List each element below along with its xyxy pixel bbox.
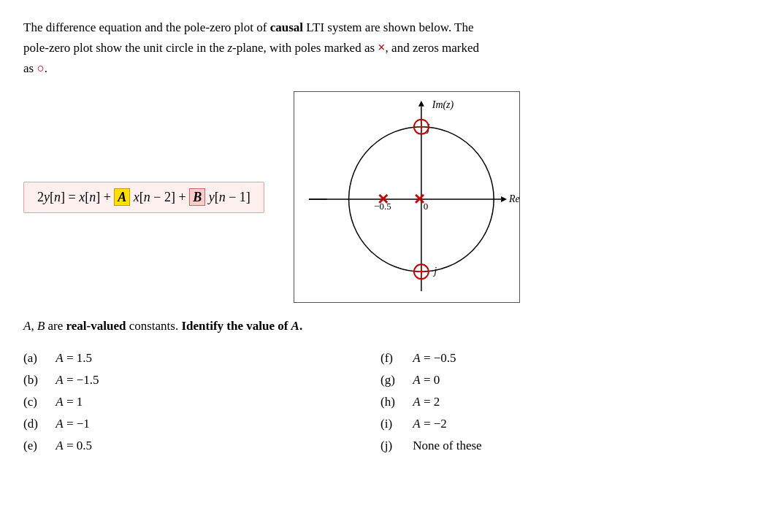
svg-marker-2 bbox=[501, 196, 507, 202]
pole-symbol: × bbox=[378, 40, 385, 55]
identify-question: Identify the value of A. bbox=[181, 319, 302, 333]
eq-lhs: 2y[n] = x[n] + bbox=[37, 190, 114, 204]
answer-item: (j) None of these bbox=[380, 439, 738, 453]
answer-label: (a) bbox=[23, 351, 44, 366]
intro-text-3: pole-zero plot show the unit circle in t… bbox=[23, 41, 227, 55]
answer-value: A = 0 bbox=[413, 373, 440, 388]
B-highlight: B bbox=[189, 188, 205, 206]
answer-label: (b) bbox=[23, 373, 44, 388]
answer-value: A = −2 bbox=[413, 417, 447, 431]
svg-text:Im(z): Im(z) bbox=[432, 99, 454, 111]
svg-marker-4 bbox=[418, 101, 424, 107]
svg-text:×: × bbox=[414, 188, 425, 209]
answer-item: (d) A = −1 bbox=[23, 417, 380, 431]
main-section: 2y[n] = x[n] + A x[n − 2] + B y[n − 1] I… bbox=[23, 91, 738, 303]
intro-text-6: as bbox=[23, 61, 37, 75]
equation-box: 2y[n] = x[n] + A x[n − 2] + B y[n − 1] bbox=[23, 182, 264, 213]
answer-value: A = −1 bbox=[56, 417, 90, 431]
intro-paragraph: The difference equation and the pole-zer… bbox=[23, 18, 738, 78]
answer-label: (i) bbox=[380, 417, 401, 431]
answer-value: A = −1.5 bbox=[56, 373, 99, 388]
id-text-2: constants. bbox=[126, 319, 181, 333]
A-highlight: A bbox=[114, 188, 130, 206]
intro-text-4: -plane, with poles marked as bbox=[232, 41, 378, 55]
plot-svg: Im(z) Re(z) j −j −0.5 0 × × bbox=[294, 92, 519, 302]
answer-value: None of these bbox=[413, 439, 481, 453]
answers-section: (a) A = 1.5(b) A = −1.5(c) A = 1(d) A = … bbox=[23, 351, 738, 453]
pole-zero-plot: Im(z) Re(z) j −j −0.5 0 × × bbox=[294, 91, 520, 303]
answer-item: (e) A = 0.5 bbox=[23, 439, 380, 453]
answer-item: (g) A = 0 bbox=[380, 373, 738, 388]
answer-value: A = 0.5 bbox=[56, 439, 92, 453]
real-valued-bold: real-valued bbox=[66, 319, 126, 333]
answer-label: (e) bbox=[23, 439, 44, 453]
answer-item: (i) A = −2 bbox=[380, 417, 738, 431]
answer-label: (h) bbox=[380, 395, 401, 409]
answer-item: (h) A = 2 bbox=[380, 395, 738, 409]
answer-label: (f) bbox=[380, 351, 401, 366]
svg-text:Re(z): Re(z) bbox=[508, 193, 519, 205]
answer-value: A = 1.5 bbox=[56, 351, 92, 366]
intro-text-1: The difference equation and the pole-zer… bbox=[23, 20, 270, 34]
answer-item: (b) A = −1.5 bbox=[23, 373, 380, 388]
answer-item: (c) A = 1 bbox=[23, 395, 380, 409]
intro-text-5: , and zeros marked bbox=[386, 41, 479, 55]
answer-col-right: (f) A = −0.5(g) A = 0(h) A = 2(i) A = −2… bbox=[380, 351, 738, 453]
causal-word: causal bbox=[270, 20, 303, 34]
intro-text-2: LTI system are shown below. The bbox=[303, 20, 474, 34]
svg-text:×: × bbox=[378, 188, 389, 209]
zero-symbol: ○ bbox=[37, 61, 44, 75]
intro-text-7: . bbox=[45, 61, 47, 75]
answer-value: A = 1 bbox=[56, 395, 83, 409]
answer-label: (d) bbox=[23, 417, 44, 431]
identify-text: A, B are real-valued constants. Identify… bbox=[23, 319, 738, 334]
answer-label: (j) bbox=[380, 439, 401, 453]
eq-mid: x[n − 2] + bbox=[130, 190, 189, 204]
answer-item: (a) A = 1.5 bbox=[23, 351, 380, 366]
answer-value: A = 2 bbox=[413, 395, 440, 409]
answer-value: A = −0.5 bbox=[413, 351, 456, 366]
answer-item: (f) A = −0.5 bbox=[380, 351, 738, 366]
eq-rhs: y[n − 1] bbox=[205, 190, 251, 204]
answer-label: (c) bbox=[23, 395, 44, 409]
answer-label: (g) bbox=[380, 373, 401, 388]
id-text-1: A, B are bbox=[23, 319, 66, 333]
answer-col-left: (a) A = 1.5(b) A = −1.5(c) A = 1(d) A = … bbox=[23, 351, 380, 453]
